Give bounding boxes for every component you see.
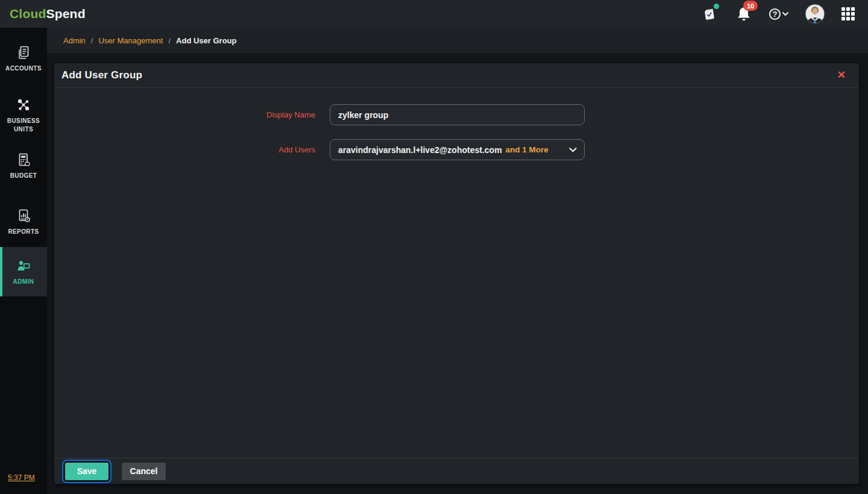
- timestamp-link[interactable]: 5:37 PM: [8, 474, 35, 482]
- sidebar-item-label: ADMIN: [13, 278, 34, 286]
- admin-icon: [16, 258, 31, 274]
- breadcrumb-separator: /: [91, 36, 93, 45]
- save-button[interactable]: Save: [65, 463, 108, 480]
- chevron-down-icon: [782, 12, 788, 16]
- topbar-actions: 10 ?: [700, 4, 855, 24]
- sidebar-item-reports[interactable]: REPORTS: [0, 204, 47, 240]
- notifications-button[interactable]: 10: [735, 5, 753, 23]
- reports-icon: [16, 208, 31, 224]
- business-units-icon: [16, 97, 31, 113]
- sidebar-item-business-units[interactable]: BUSINESS UNITS: [0, 93, 47, 137]
- add-user-group-panel: Add User Group ✕ Display Name Add Users …: [54, 63, 859, 484]
- sidebar-item-accounts[interactable]: ACCOUNTS: [0, 41, 47, 77]
- breadcrumb-admin[interactable]: Admin: [63, 36, 86, 45]
- sidebar-item-label: REPORTS: [8, 228, 39, 236]
- sidebar-item-label: BUDGET: [10, 172, 37, 180]
- breadcrumb-current: Add User Group: [176, 36, 236, 45]
- logo-part-cloud: Cloud: [10, 7, 46, 20]
- cancel-button[interactable]: Cancel: [122, 463, 166, 480]
- panel-header: Add User Group ✕: [54, 63, 859, 88]
- breadcrumb-user-management[interactable]: User Management: [98, 36, 163, 45]
- add-user-group-form: Display Name Add Users aravindrajvarshan…: [54, 88, 859, 160]
- breadcrumb-separator: /: [168, 36, 171, 45]
- user-avatar-image: [805, 4, 825, 24]
- tasks-button[interactable]: [700, 5, 719, 23]
- main-content: Admin / User Management / Add User Group…: [47, 28, 868, 494]
- select-chevron-down-icon: [569, 148, 577, 152]
- add-users-label: Add Users: [54, 145, 315, 154]
- add-users-value: aravindrajvarshan.l+live2@zohotest.com: [338, 145, 502, 155]
- sidebar-item-admin[interactable]: ADMIN: [0, 247, 47, 296]
- topbar: CloudSpend 10 ?: [0, 0, 868, 28]
- sidebar-item-label: ACCOUNTS: [5, 64, 42, 73]
- help-button[interactable]: ?: [769, 5, 788, 23]
- panel-footer: Save Cancel: [54, 458, 859, 484]
- accounts-icon: [16, 45, 31, 60]
- tasks-icon: [702, 7, 717, 21]
- help-icon: ?: [769, 8, 781, 20]
- add-users-select[interactable]: aravindrajvarshan.l+live2@zohotest.com a…: [330, 139, 585, 160]
- display-name-row: Display Name: [54, 104, 859, 125]
- breadcrumb: Admin / User Management / Add User Group: [47, 28, 868, 54]
- display-name-input[interactable]: [330, 104, 585, 125]
- close-icon[interactable]: ✕: [837, 69, 846, 82]
- tasks-status-dot: [714, 4, 719, 9]
- display-name-label: Display Name: [54, 110, 315, 119]
- sidebar-item-label: BUSINESS UNITS: [6, 117, 41, 134]
- add-users-row: Add Users aravindrajvarshan.l+live2@zoho…: [54, 139, 859, 160]
- budget-icon: [16, 152, 31, 167]
- apps-grid-icon[interactable]: [841, 7, 855, 20]
- panel-title: Add User Group: [61, 69, 142, 81]
- avatar[interactable]: [805, 4, 825, 24]
- add-users-more-count: and 1 More: [506, 145, 549, 154]
- notification-badge: 10: [743, 1, 758, 11]
- cloudspend-logo[interactable]: CloudSpend: [10, 7, 86, 21]
- logo-part-spend: Spend: [46, 7, 85, 20]
- sidebar-item-budget[interactable]: BUDGET: [0, 148, 47, 184]
- sidebar: ACCOUNTS BUSINESS UNITS BUDGET: [0, 28, 47, 494]
